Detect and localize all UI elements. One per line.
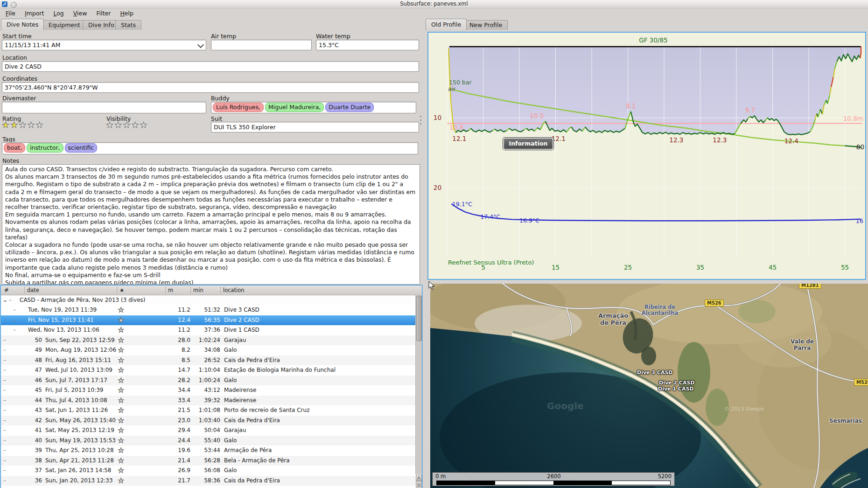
rating-stars[interactable]: ★★★★★ (2, 121, 44, 129)
coordinates-input[interactable] (2, 82, 419, 93)
window-button[interactable] (11, 2, 17, 8)
table-row[interactable]: –49Mon, Aug 19, 2013 12:06★★★★★8.234:08G… (1, 345, 422, 356)
star-icon[interactable]: ★ (140, 120, 148, 130)
menu-file[interactable]: File (1, 8, 20, 18)
dive-date: Wed, Jul 10, 2013 13:09 (45, 365, 112, 376)
table-row[interactable]: –41Sat, May 25, 2013 12:19★★★★★29.450:04… (1, 425, 422, 436)
information-button[interactable]: Information (503, 138, 553, 150)
dive-depth: 34.4 (165, 385, 190, 396)
star-icon[interactable]: ★ (118, 476, 125, 486)
col-number[interactable]: # (2, 287, 9, 293)
table-row[interactable]: –Tue, Nov 19, 2013 11:39★★★★★11.251:32Di… (1, 305, 422, 315)
star-icon[interactable]: ★ (118, 305, 125, 315)
tab-stats[interactable]: Stats (115, 20, 141, 30)
star-icon[interactable]: ★ (118, 446, 125, 456)
col-location[interactable]: location (220, 287, 245, 293)
star-icon[interactable]: ★ (131, 120, 140, 130)
table-row[interactable]: –47Wed, Jul 10, 2013 13:09★★★★★14.71:10:… (1, 365, 422, 376)
star-icon[interactable]: ★ (2, 120, 10, 130)
star-icon[interactable]: ★ (118, 335, 125, 346)
star-icon[interactable]: ★ (118, 376, 125, 386)
col-rating[interactable]: ★ (117, 287, 124, 293)
menu-filter[interactable]: Filter (91, 8, 115, 18)
dive-location: Madeirense (224, 385, 256, 396)
table-row[interactable]: –43Sat, Jun 1, 2013 11:26★★★★★21.51:01:0… (1, 405, 422, 416)
star-icon[interactable]: ★ (36, 120, 44, 130)
buddy-input[interactable]: Luís Rodrigues,Miguel Madureira,Duarte D… (211, 102, 416, 113)
table-row[interactable]: –37Sat, Jan 26, 2013 14:58★★★★★26.956:08… (1, 466, 422, 476)
tab-new-profile[interactable]: New Profile (464, 20, 508, 30)
scroll-down-button[interactable]: ⋁ (416, 481, 422, 488)
svg-text:80: 80 (856, 143, 864, 151)
dive-location: Dive 1 CASD (224, 325, 259, 335)
table-row[interactable]: –Wed, Nov 13, 2013 11:06★★★★★11.237:36Di… (1, 325, 422, 335)
svg-text:9.7: 9.7 (745, 106, 755, 114)
star-icon[interactable]: ★ (106, 120, 114, 130)
star-icon[interactable]: ★ (118, 356, 125, 366)
water-temp-input[interactable] (316, 40, 419, 50)
star-icon[interactable]: ★ (114, 120, 123, 130)
divemaster-input[interactable] (2, 102, 206, 113)
table-row[interactable]: –50Sun, Sep 22, 2013 12:59★★★★★28.01:02:… (1, 335, 422, 346)
star-icon[interactable]: ★ (118, 325, 125, 335)
start-time-input[interactable] (2, 40, 206, 50)
star-icon[interactable]: ★ (118, 315, 125, 326)
table-row[interactable]: –Fri, Nov 15, 2013 11:41★★★★★12.456:35Di… (1, 315, 422, 326)
table-row[interactable]: –36Sun, Jan 20, 2013 12:33★★★★★21.758:36… (1, 476, 422, 486)
menu-import[interactable]: Import (20, 8, 49, 18)
scale-max: 5200 (645, 473, 672, 480)
tag-pill: Luís Rodrigues, (213, 103, 264, 112)
star-icon[interactable]: ★ (123, 120, 131, 130)
tag-pill: Duarte Duarte (325, 103, 374, 112)
table-row[interactable]: –39Thu, Apr 25, 2013 10:28★★★★★19.653:44… (1, 446, 422, 456)
tab-equipment[interactable]: Equipment (43, 20, 86, 30)
scroll-up-button[interactable]: ⋀ (416, 474, 422, 481)
table-row[interactable]: –40Sun, May 19, 2013 15:53★★★★★24.455:40… (1, 436, 422, 446)
tab-dive-notes[interactable]: Dive Notes (1, 19, 44, 30)
star-icon[interactable]: ★ (118, 345, 125, 356)
scrollbar-thumb[interactable] (416, 296, 422, 341)
notes-input[interactable]: Aula do curso CASD. Transectos c/video e… (2, 164, 420, 285)
dive-duration: 56:08 (190, 466, 220, 476)
visibility-stars[interactable]: ★★★★★ (106, 121, 148, 129)
air-temp-input[interactable] (211, 40, 312, 50)
dive-trip-group-row[interactable]: ⌄ – CASD - Armação de Pêra, Nov 2013 (3 … (1, 295, 422, 305)
star-icon[interactable]: ★ (118, 365, 125, 376)
dive-depth: 33.4 (165, 396, 190, 406)
table-row[interactable]: –46Sun, Jul 7, 2013 17:17★★★★★28.21:00:2… (1, 376, 422, 386)
road-badge-m1281: M1281 (799, 284, 821, 289)
menu-log[interactable]: Log (49, 8, 68, 18)
star-icon[interactable]: ★ (118, 405, 125, 416)
menu-help[interactable]: Help (115, 8, 138, 18)
star-icon[interactable]: ★ (27, 120, 35, 130)
col-depth[interactable]: m (165, 287, 173, 293)
dive-list-header: # date ★ m min location (1, 286, 422, 295)
dive-location: Armação de Pêra (224, 446, 272, 456)
star-icon[interactable]: ★ (118, 416, 125, 426)
table-row[interactable]: –38Sun, Apr 21, 2013 11:28★★★★★21.456:28… (1, 456, 422, 466)
star-icon[interactable]: ★ (118, 396, 125, 406)
star-icon[interactable]: ★ (118, 456, 125, 466)
tab-old-profile[interactable]: Old Profile (426, 19, 467, 30)
star-icon[interactable]: ★ (19, 120, 27, 130)
col-date[interactable]: date (24, 287, 39, 293)
dive-list-scrollbar[interactable] (415, 295, 422, 474)
table-row[interactable]: –45Fri, Jul 5, 2013 10:39★★★★★34.443:12M… (1, 385, 422, 396)
star-icon[interactable]: ★ (118, 466, 125, 476)
collapse-icon[interactable]: ⌄ (3, 295, 7, 305)
table-row[interactable]: –44Thu, Jul 4, 2013 10:08★★★★★33.439:32M… (1, 396, 422, 406)
table-row[interactable]: –42Sun, May 26, 2013 15:40★★★★★23.01:03:… (1, 416, 422, 426)
location-input[interactable] (2, 61, 419, 72)
col-duration[interactable]: min (190, 287, 203, 293)
panel-splitter-handle[interactable] (420, 116, 422, 127)
star-icon[interactable]: ★ (118, 385, 125, 396)
star-icon[interactable]: ★ (10, 120, 19, 130)
suit-input[interactable] (211, 122, 419, 132)
table-row[interactable]: –48Fri, Aug 16, 2013 15:11★★★★★8.526:52C… (1, 356, 422, 366)
dive-site-map[interactable]: Armação de Pêra Ribeira de Alcantarilha … (430, 284, 868, 488)
tab-dive-info[interactable]: Dive Info (83, 20, 120, 30)
menu-view[interactable]: View (69, 8, 92, 18)
star-icon[interactable]: ★ (118, 425, 125, 436)
tags-input[interactable]: boat,instructor,scientific (2, 142, 418, 154)
star-icon[interactable]: ★ (118, 436, 125, 446)
